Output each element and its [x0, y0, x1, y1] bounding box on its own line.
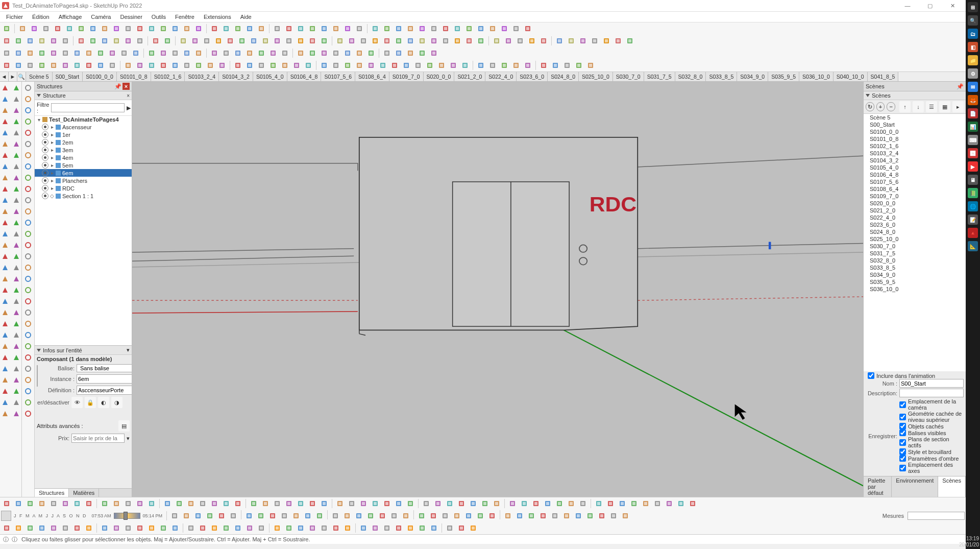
- tree-item[interactable]: ▸1er: [35, 131, 132, 138]
- toolbar-button[interactable]: [24, 498, 36, 509]
- scene-tab[interactable]: S0105_4_0: [253, 72, 287, 81]
- toolbar-button[interactable]: [318, 498, 330, 509]
- scene-thumb-icon[interactable]: ▦: [939, 101, 950, 112]
- toolbar-button[interactable]: [456, 498, 467, 509]
- scene-item[interactable]: S030_7_0: [864, 243, 966, 250]
- toolbar-button[interactable]: [342, 23, 353, 34]
- toolbar-button[interactable]: [185, 522, 197, 534]
- toolbar-button[interactable]: [405, 35, 416, 46]
- scene-save-checkbox[interactable]: [899, 439, 906, 446]
- toolbar-button[interactable]: [566, 35, 577, 46]
- tool-button[interactable]: [11, 386, 21, 396]
- toolbar-button[interactable]: [220, 47, 232, 59]
- scenes-list[interactable]: Scène 5S00_StartS0100_0_0S0101_0_8S0102_…: [864, 114, 966, 371]
- toolbar-button[interactable]: [279, 510, 290, 521]
- aux-button[interactable]: [23, 83, 33, 93]
- taskbar-icon[interactable]: 🅰: [968, 148, 978, 158]
- toolbar-button[interactable]: [87, 23, 99, 34]
- tool-button[interactable]: [0, 150, 10, 160]
- toolbar-button[interactable]: [158, 522, 169, 534]
- toolbar-button[interactable]: [111, 498, 122, 509]
- toolbar-button[interactable]: [365, 47, 377, 59]
- tag-select[interactable]: Sans balise: [77, 364, 132, 372]
- menu-aide[interactable]: Aide: [236, 13, 256, 21]
- 3d-viewport[interactable]: RDC: [132, 82, 863, 497]
- toolbar-button[interactable]: [502, 510, 513, 521]
- aux-button[interactable]: [23, 397, 33, 408]
- toolbar-button[interactable]: [334, 498, 346, 509]
- toolbar-button[interactable]: [158, 23, 169, 34]
- toolbar-button[interactable]: [134, 35, 145, 46]
- toolbar-button[interactable]: [232, 23, 243, 34]
- toolbar-button[interactable]: [510, 60, 522, 71]
- tab-environment[interactable]: Environnement: [892, 476, 938, 497]
- toolbar-button[interactable]: [244, 23, 255, 34]
- toolbar-button[interactable]: [48, 522, 59, 534]
- scene-name-input[interactable]: [899, 379, 964, 388]
- toolbar-button[interactable]: [193, 60, 204, 71]
- scene-item[interactable]: S0100_0_0: [864, 128, 966, 135]
- aux-button[interactable]: [23, 352, 33, 363]
- time-slider[interactable]: [114, 513, 140, 519]
- scene-tab[interactable]: S041_8_5: [868, 72, 899, 81]
- taskbar-icon[interactable]: ✉: [968, 82, 978, 92]
- toolbar-button[interactable]: [1, 498, 12, 509]
- tool-button[interactable]: [11, 307, 21, 318]
- toolbar-button[interactable]: [593, 498, 604, 509]
- toolbar-button[interactable]: [370, 522, 381, 534]
- toolbar-button[interactable]: [416, 35, 428, 46]
- toolbar-button[interactable]: [134, 498, 145, 509]
- tool-button[interactable]: [11, 319, 21, 329]
- toolbar-button[interactable]: [236, 35, 248, 46]
- toolbar-button[interactable]: [220, 522, 232, 534]
- tool-button[interactable]: [11, 218, 21, 228]
- toolbar-button[interactable]: [330, 47, 341, 59]
- scene-item[interactable]: S0108_6_4: [864, 185, 966, 193]
- scenes-panel-header[interactable]: Scènes: [864, 91, 966, 100]
- toolbar-button[interactable]: [318, 35, 330, 46]
- menu-affichage[interactable]: Affichage: [55, 13, 86, 21]
- tree-item[interactable]: ▸3em: [35, 146, 132, 154]
- scene-desc-input[interactable]: [899, 389, 964, 397]
- toolbar-button[interactable]: [538, 35, 549, 46]
- toolbar-button[interactable]: [60, 498, 71, 509]
- toolbar-button[interactable]: [510, 23, 522, 34]
- taskbar-icon[interactable]: 📁: [968, 55, 978, 65]
- scene-tab[interactable]: S031_7_5: [644, 72, 675, 81]
- toolbar-button[interactable]: [393, 498, 404, 509]
- tool-button[interactable]: [0, 307, 10, 318]
- status-info-icon[interactable]: ⓘ: [3, 536, 9, 543]
- tab-scenes[interactable]: Scènes: [938, 476, 966, 497]
- toolbar-button[interactable]: [122, 60, 134, 71]
- toolbar-button[interactable]: [612, 35, 624, 46]
- currency-dropdown-icon[interactable]: ▾: [127, 435, 130, 442]
- toolbar-button[interactable]: [279, 47, 290, 59]
- toolbar-button[interactable]: [216, 510, 227, 521]
- toolbar-button[interactable]: [244, 60, 255, 71]
- toolbar-button[interactable]: [99, 35, 110, 46]
- aux-button[interactable]: [23, 206, 33, 217]
- aux-button[interactable]: [23, 296, 33, 306]
- aux-button[interactable]: [23, 341, 33, 351]
- toolbar-button[interactable]: [13, 47, 24, 59]
- toolbar-button[interactable]: [475, 23, 486, 34]
- aux-button[interactable]: [23, 319, 33, 329]
- scene-tab[interactable]: S0107_5_6: [321, 72, 355, 81]
- price-input[interactable]: [71, 434, 125, 443]
- scene-item[interactable]: S0107_5_6: [864, 178, 966, 185]
- toolbar-button[interactable]: [111, 35, 122, 46]
- toolbar-button[interactable]: [232, 60, 243, 71]
- toolbar-button[interactable]: [272, 23, 283, 34]
- scene-item[interactable]: S0109_7_0: [864, 193, 966, 200]
- toolbar-button[interactable]: [260, 35, 271, 46]
- toolbar-button[interactable]: [526, 510, 537, 521]
- toolbar-button[interactable]: [295, 35, 306, 46]
- toolbar-button[interactable]: [146, 522, 157, 534]
- toolbar-button[interactable]: [475, 35, 486, 46]
- aux-button[interactable]: [23, 128, 33, 138]
- toolbar-button[interactable]: [451, 510, 462, 521]
- toolbar-button[interactable]: [181, 23, 192, 34]
- toolbar-button[interactable]: [244, 522, 255, 534]
- tool-button[interactable]: [11, 139, 21, 149]
- aux-button[interactable]: [23, 285, 33, 295]
